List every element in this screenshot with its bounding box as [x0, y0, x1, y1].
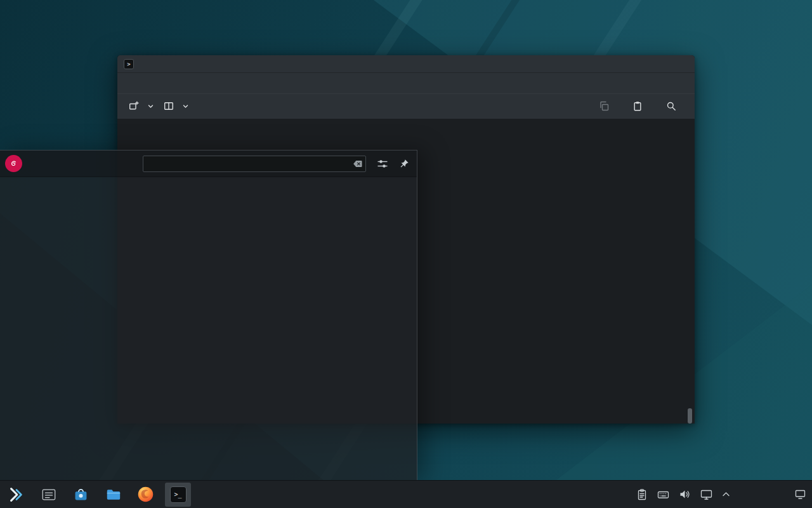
- pin-icon: [399, 159, 409, 169]
- find-button[interactable]: [661, 97, 686, 115]
- search-box: [143, 156, 366, 172]
- app-launcher-button[interactable]: [3, 483, 29, 507]
- terminal-prompt-line: [122, 121, 691, 132]
- configure-button[interactable]: [377, 158, 388, 170]
- search-input[interactable]: [143, 156, 366, 172]
- discover-button[interactable]: [68, 483, 94, 507]
- scrollbar-thumb[interactable]: [688, 408, 692, 424]
- file-manager-button[interactable]: [100, 483, 126, 507]
- show-desktop-icon[interactable]: [794, 488, 806, 500]
- new-tab-icon: [129, 101, 139, 111]
- discover-icon: [73, 486, 89, 502]
- split-view-icon: [164, 101, 174, 111]
- tray-expander-icon[interactable]: [721, 490, 731, 499]
- chevron-down-icon: [183, 104, 188, 109]
- system-tray: [636, 488, 809, 501]
- new-tab-button[interactable]: [124, 97, 159, 115]
- app-launcher-popup: [0, 150, 417, 480]
- firefox-button[interactable]: [133, 483, 159, 507]
- display-icon[interactable]: [700, 488, 713, 501]
- keyboard-input-icon[interactable]: [657, 488, 670, 501]
- user-avatar[interactable]: [5, 155, 22, 172]
- konsole-task-button[interactable]: >_: [165, 483, 191, 507]
- window-titlebar[interactable]: >: [117, 55, 695, 72]
- debian-swirl-icon: [8, 158, 19, 169]
- taskbar-left-group: >_: [3, 481, 191, 508]
- pin-button[interactable]: [399, 159, 409, 169]
- konsole-task-icon: >_: [170, 486, 187, 503]
- firefox-icon: [137, 486, 154, 503]
- volume-icon[interactable]: [678, 488, 691, 501]
- pager-button[interactable]: [36, 483, 62, 507]
- split-view-button[interactable]: [159, 97, 193, 115]
- paste-icon: [632, 101, 643, 111]
- app-launcher-icon: [8, 486, 25, 503]
- copy-button[interactable]: [594, 97, 619, 115]
- menu-bar: [117, 72, 695, 93]
- clear-search-icon[interactable]: [353, 159, 363, 169]
- clipboard-icon[interactable]: [636, 488, 648, 501]
- paste-button[interactable]: [627, 97, 652, 115]
- copy-icon: [599, 101, 609, 111]
- taskbar: >_: [0, 480, 812, 508]
- toolbar-right-group: [594, 97, 686, 115]
- folder-icon: [105, 486, 122, 503]
- launcher-results: [0, 177, 417, 185]
- find-icon: [666, 101, 676, 111]
- chevron-down-icon: [148, 104, 154, 109]
- toolbar: [117, 93, 695, 119]
- launcher-header: [0, 150, 417, 177]
- konsole-window-icon: >: [124, 59, 134, 69]
- sliders-icon: [377, 158, 388, 170]
- pager-icon: [41, 486, 57, 503]
